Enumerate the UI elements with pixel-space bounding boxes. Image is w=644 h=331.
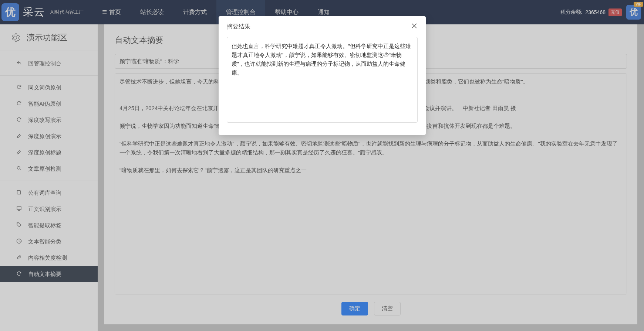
modal-backdrop: 摘要结果	[0, 0, 644, 331]
modal-title: 摘要结果	[227, 23, 250, 31]
summary-textarea[interactable]	[227, 37, 418, 123]
close-icon[interactable]	[411, 23, 418, 31]
summary-modal: 摘要结果	[219, 16, 426, 135]
